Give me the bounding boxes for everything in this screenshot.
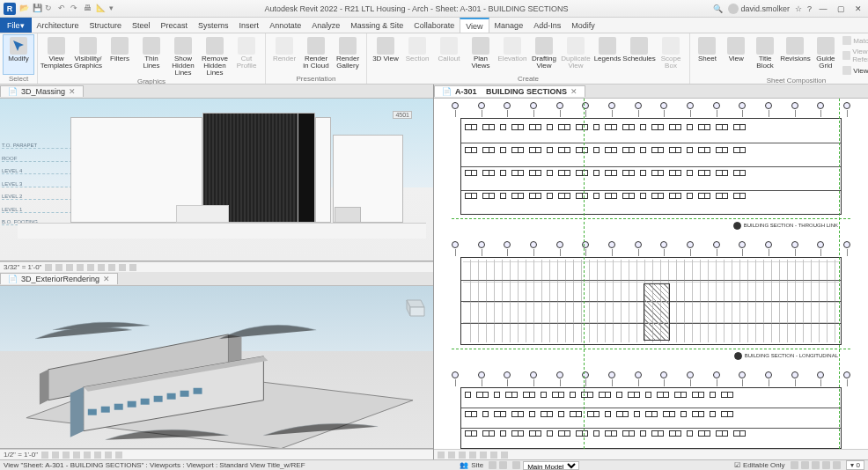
callout-button[interactable]: Callout (434, 35, 464, 74)
elevation-button[interactable]: Elevation (497, 35, 527, 74)
document-area: 📄 3D_Massing ✕ 4501 T.O. PARAPETROOFLEVE… (0, 84, 868, 459)
minimize-button[interactable]: — (817, 3, 829, 15)
matchline-button[interactable]: Matchline (841, 35, 868, 46)
view-controls-massing[interactable]: 3/32" = 1'-0" (0, 261, 433, 272)
show-hidden-icon (174, 37, 192, 55)
legends-button[interactable]: Legends (592, 35, 622, 74)
open-icon[interactable]: 📂 (19, 4, 30, 14)
menu-tabs: File ▾ Architecture Structure Steel Prec… (0, 18, 868, 33)
help-icon[interactable]: ? (807, 4, 812, 13)
measure-icon[interactable]: 📐 (96, 4, 107, 14)
view-tab-row-sheet: 📄 A-301 BUILDING SECTIONS ✕ (434, 84, 868, 99)
section-button[interactable]: Section (402, 35, 432, 74)
sheet-button[interactable]: Sheet (694, 35, 721, 76)
modify-button[interactable]: Modify (4, 35, 33, 74)
selection-filter[interactable]: ☑ Editable Only (734, 461, 785, 469)
titleblock-icon (756, 37, 774, 55)
revisions-button[interactable]: Revisions (780, 35, 810, 76)
viewport-massing[interactable]: 4501 T.O. PARAPETROOFLEVEL 4LEVEL 3LEVEL… (0, 99, 433, 261)
user-menu[interactable]: david.smolker (728, 4, 790, 14)
grid-bubbles (443, 241, 859, 253)
print-icon[interactable]: 🖶 (84, 4, 94, 14)
close-tab-icon[interactable]: ✕ (570, 87, 577, 96)
scope-box-button[interactable]: Scope Box (656, 35, 686, 74)
redo-icon[interactable]: ↷ (70, 4, 81, 14)
select-pinned-icon[interactable] (812, 461, 820, 469)
tab-massing-site[interactable]: Massing & Site (345, 18, 408, 33)
tab-systems[interactable]: Systems (193, 18, 234, 33)
drag-icon[interactable] (833, 461, 841, 469)
view-reference-button[interactable]: View Reference (841, 47, 868, 64)
ribbon: Modify Select View Templates Visibility/… (0, 33, 868, 84)
close-button[interactable]: ✕ (852, 3, 864, 15)
remove-hidden-button[interactable]: Remove Hidden Lines (200, 35, 230, 77)
view-controls-sheet[interactable] (434, 449, 868, 459)
sync-status-icon[interactable] (499, 461, 507, 469)
tab-view[interactable]: View (460, 18, 489, 33)
thin-lines-button[interactable]: Thin Lines (136, 35, 166, 77)
cursor-icon (10, 37, 27, 55)
visibility-graphics-button[interactable]: Visibility/ Graphics (73, 35, 103, 77)
worksharing-site[interactable]: 👥 Site (460, 461, 483, 469)
duplicate-view-button[interactable]: Duplicate View (561, 35, 591, 74)
avatar (728, 4, 739, 14)
schedule-icon (630, 37, 648, 55)
3d-view-button[interactable]: 3D View (371, 35, 401, 74)
viewport-rendering[interactable] (0, 286, 433, 449)
view-icon (727, 37, 745, 55)
remove-hidden-icon (206, 37, 224, 55)
search-icon[interactable]: 🔍 (713, 4, 723, 13)
tab-modify[interactable]: Modify (566, 18, 600, 33)
thin-lines-icon (143, 37, 160, 55)
sheet-icon (698, 37, 716, 55)
render-button[interactable]: Render (269, 35, 299, 74)
view-controls-rendering[interactable]: 1/2" = 1'-0" (0, 449, 433, 459)
tab-collaborate[interactable]: Collaborate (408, 18, 460, 33)
favorite-icon[interactable]: ☆ (795, 4, 802, 13)
close-tab-icon[interactable]: ✕ (103, 275, 110, 283)
render-cloud-button[interactable]: Render in Cloud (301, 35, 331, 74)
viewports-button[interactable]: Viewports (841, 65, 868, 76)
tab-precast[interactable]: Precast (156, 18, 194, 33)
show-hidden-button[interactable]: Show Hidden Lines (168, 35, 198, 77)
design-option-select[interactable]: Main Model (523, 461, 579, 470)
gallery-icon (339, 37, 357, 55)
schedules-button[interactable]: Schedules (624, 35, 654, 74)
link-icon[interactable] (489, 461, 497, 469)
sync-icon[interactable]: ↻ (45, 4, 55, 14)
tab-insert[interactable]: Insert (234, 18, 265, 33)
undo-icon[interactable]: ↶ (58, 4, 69, 14)
close-tab-icon[interactable]: ✕ (69, 87, 76, 96)
tab-architecture[interactable]: Architecture (32, 18, 85, 33)
tab-steel[interactable]: Steel (127, 18, 156, 33)
select-links-icon[interactable] (791, 461, 798, 469)
drafting-view-button[interactable]: Drafting View (529, 35, 559, 74)
view-tab-massing[interactable]: 📄 3D_Massing ✕ (0, 85, 84, 97)
file-tab[interactable]: File ▾ (0, 18, 32, 33)
save-icon[interactable]: 💾 (33, 4, 43, 14)
viewport-sheet[interactable]: BUILDING SECTION - THROUGH LINK BUILDING… (434, 99, 868, 449)
svg-marker-5 (40, 370, 48, 405)
elevation-level-labels: T.O. PARAPETROOFLEVEL 4LEVEL 3LEVEL 2LEV… (2, 143, 72, 225)
plan-views-button[interactable]: Plan Views (466, 35, 496, 74)
guide-grid-button[interactable]: Guide Grid (812, 35, 839, 76)
tab-addins[interactable]: Add-Ins (528, 18, 566, 33)
quick-access-toolbar[interactable]: 📂 💾 ↻ ↶ ↷ 🖶 📐 ▾ (19, 4, 120, 14)
tab-analyze[interactable]: Analyze (306, 18, 345, 33)
viewref-icon (842, 51, 850, 60)
render-gallery-button[interactable]: Render Gallery (333, 35, 363, 74)
view-tab-sheet[interactable]: 📄 A-301 BUILDING SECTIONS ✕ (434, 85, 585, 97)
cut-profile-button[interactable]: Cut Profile (232, 35, 261, 77)
maximize-button[interactable]: ▢ (835, 3, 847, 15)
tab-structure[interactable]: Structure (85, 18, 128, 33)
title-block-button[interactable]: Title Block (752, 35, 779, 76)
select-underlay-icon[interactable] (801, 461, 809, 469)
select-face-icon[interactable] (822, 461, 830, 469)
view-templates-button[interactable]: View Templates (41, 35, 71, 77)
filters-button[interactable]: Filters (105, 35, 135, 77)
dropdown-icon[interactable]: ▾ (109, 4, 120, 14)
tab-manage[interactable]: Manage (489, 18, 529, 33)
tab-annotate[interactable]: Annotate (264, 18, 306, 33)
place-view-button[interactable]: View (723, 35, 750, 76)
view-tab-rendering[interactable]: 📄 3D_ExteriorRendering ✕ (0, 273, 118, 284)
